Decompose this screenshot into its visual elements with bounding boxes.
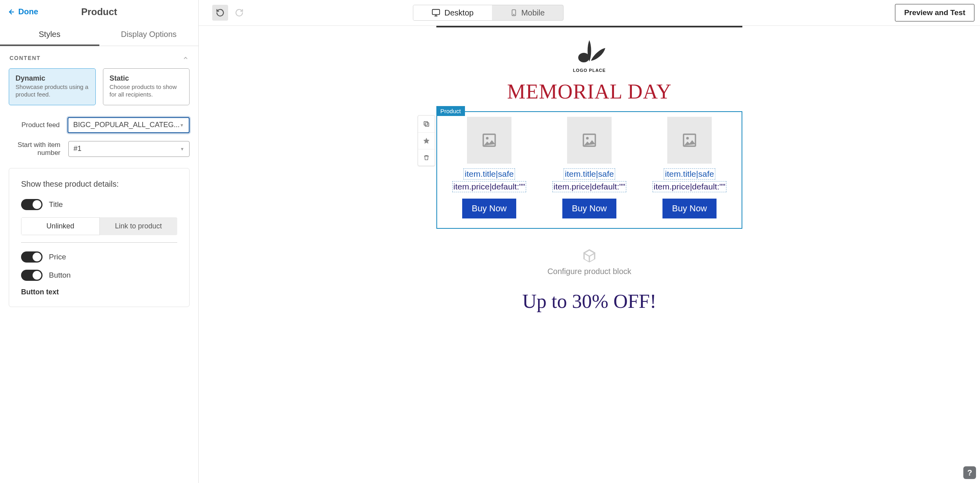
divider (21, 242, 177, 243)
card-sub: Choose products to show for all recipien… (110, 83, 183, 99)
toggle-title-label: Title (49, 200, 63, 209)
done-button[interactable]: Done (8, 7, 38, 16)
configure-text: Configure product block (436, 267, 742, 276)
tab-styles[interactable]: Styles (0, 24, 99, 46)
logo-icon (572, 38, 607, 66)
sidebar: Done Product Styles Display Options CONT… (0, 0, 199, 483)
product-block-wrap: Product (436, 111, 742, 229)
arrow-left-icon (8, 8, 15, 15)
product-feed-label: Product feed (9, 121, 60, 129)
chevron-down-icon: ▼ (180, 123, 184, 128)
seg-unlinked[interactable]: Unlinked (21, 217, 100, 235)
desktop-icon (432, 8, 440, 17)
card-title: Static (110, 74, 183, 83)
undo-button[interactable] (212, 5, 228, 21)
svg-point-7 (486, 137, 489, 140)
toggle-price-label: Price (49, 253, 66, 261)
delete-button[interactable] (418, 149, 435, 166)
button-text-label: Button text (21, 288, 177, 296)
toggle-title[interactable] (21, 199, 43, 210)
svg-rect-0 (432, 10, 440, 15)
duplicate-button[interactable] (418, 116, 435, 132)
product-feed-value: BIGC_POPULAR_ALL_CATEG... (73, 121, 180, 129)
chevron-up-icon (182, 55, 189, 61)
svg-rect-5 (424, 122, 428, 125)
buy-now-button[interactable]: Buy Now (462, 199, 516, 218)
email-frame: LOGO PLACE MEMORIAL DAY Product (436, 26, 742, 475)
start-item-label: Start with item number (9, 141, 60, 157)
product-feed-select[interactable]: BIGC_POPULAR_ALL_CATEG... ▼ (68, 117, 190, 133)
viewport-desktop[interactable]: Desktop (413, 5, 492, 20)
item-title-token: item.title|safe (664, 168, 715, 180)
title-link-segmented: Unlinked Link to product (21, 217, 177, 235)
logo-text: LOGO PLACE (436, 68, 742, 73)
product-item: item.title|safe item.price|default:"" Bu… (441, 117, 537, 218)
item-price-token: item.price|default:"" (653, 181, 726, 192)
toggle-price[interactable] (21, 251, 43, 263)
card-title: Dynamic (15, 74, 89, 83)
item-title-token: item.title|safe (564, 168, 615, 180)
history-controls (212, 5, 247, 21)
chevron-down-icon: ▼ (180, 147, 184, 151)
item-price-token: item.price|default:"" (452, 181, 526, 192)
viewport-mobile-label: Mobile (521, 8, 545, 17)
seg-link-to-product[interactable]: Link to product (100, 217, 178, 235)
redo-icon (235, 8, 244, 17)
duplicate-icon (423, 120, 430, 128)
tab-display-options[interactable]: Display Options (99, 24, 199, 46)
viewport-desktop-label: Desktop (444, 8, 473, 17)
toggle-button[interactable] (21, 270, 43, 281)
toggle-button-label: Button (49, 271, 71, 280)
undo-icon (216, 8, 225, 17)
viewport-switcher: Desktop Mobile (413, 5, 563, 21)
svg-rect-4 (425, 123, 429, 126)
svg-point-3 (578, 53, 589, 62)
svg-point-11 (686, 137, 689, 140)
topbar: Desktop Mobile Preview and Test (199, 0, 980, 26)
viewport-mobile[interactable]: Mobile (492, 5, 563, 20)
canvas[interactable]: LOGO PLACE MEMORIAL DAY Product (199, 26, 980, 483)
favorite-button[interactable] (418, 132, 435, 149)
svg-point-9 (586, 137, 589, 140)
product-details-box: Show these product details: Title Unlink… (9, 168, 190, 307)
product-item: item.title|safe item.price|default:"" Bu… (541, 117, 637, 218)
image-placeholder (467, 117, 511, 164)
svg-point-2 (513, 14, 514, 15)
product-block-tag: Product (436, 106, 465, 116)
image-icon (581, 132, 597, 148)
done-label: Done (18, 7, 38, 16)
image-icon (481, 132, 497, 148)
section-content-title: CONTENT (10, 55, 41, 61)
sidebar-header: Done Product (0, 0, 198, 24)
canvas-side: Desktop Mobile Preview and Test LOGO PLA… (199, 0, 980, 483)
trash-icon (423, 154, 430, 161)
content-type-static[interactable]: Static Choose products to show for all r… (103, 68, 190, 105)
logo: LOGO PLACE (436, 27, 742, 76)
panel-tabs: Styles Display Options (0, 24, 198, 46)
product-item: item.title|safe item.price|default:"" Bu… (641, 117, 738, 218)
buy-now-button[interactable]: Buy Now (562, 199, 616, 218)
help-button[interactable]: ? (963, 466, 976, 479)
card-sub: Showcase products using a product feed. (15, 83, 89, 99)
content-type-dynamic[interactable]: Dynamic Showcase products using a produc… (9, 68, 96, 105)
product-block-toolbar (418, 115, 435, 166)
start-item-select[interactable]: #1 ▼ (68, 141, 190, 157)
buy-now-button[interactable]: Buy Now (662, 199, 717, 218)
section-content-header[interactable]: CONTENT (0, 46, 198, 68)
headline: MEMORIAL DAY (436, 76, 742, 111)
start-item-value: #1 (74, 145, 81, 153)
image-placeholder (567, 117, 612, 164)
product-block[interactable]: item.title|safe item.price|default:"" Bu… (436, 111, 742, 229)
mobile-icon (510, 8, 517, 17)
item-title-token: item.title|safe (463, 168, 515, 180)
preview-and-test-button[interactable]: Preview and Test (895, 4, 974, 21)
subheadline: Up to 30% OFF! (436, 286, 742, 313)
box-icon (436, 248, 742, 264)
item-price-token: item.price|default:"" (552, 181, 626, 192)
redo-button (231, 5, 247, 21)
image-icon (682, 132, 697, 148)
star-icon (423, 137, 430, 145)
configure-product-block[interactable]: Configure product block (436, 229, 742, 286)
details-heading: Show these product details: (21, 180, 177, 189)
image-placeholder (667, 117, 712, 164)
